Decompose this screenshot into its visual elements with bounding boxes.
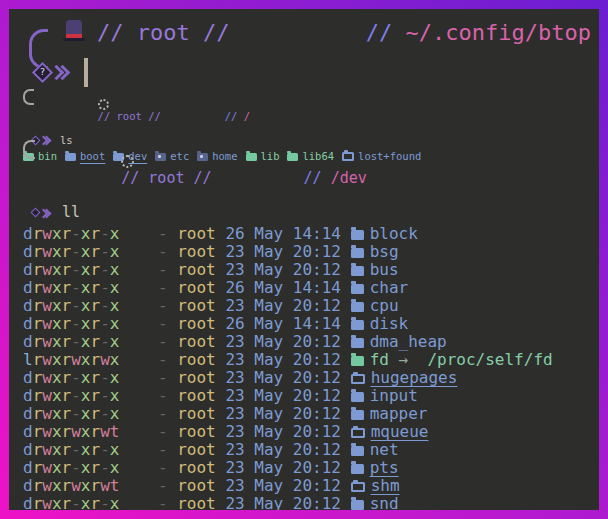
permissions: drwxr-xr-x — [23, 242, 119, 261]
file-name: char — [370, 278, 409, 297]
modified-date: 26 May 14:14 — [225, 224, 341, 243]
file-row: drwxr-xr-x - root 23 May 20:12 mapper — [23, 405, 553, 423]
owner: root — [177, 350, 216, 369]
size: - — [158, 458, 168, 477]
permissions: drwxr-xr-x — [23, 386, 119, 405]
file-name: dma_heap — [370, 332, 447, 351]
folder-closed-icon — [351, 338, 364, 348]
folder-closed-icon — [351, 284, 364, 294]
size: - — [158, 314, 168, 333]
file-row: drwxr-xr-x - root 26 May 14:14 block — [23, 225, 553, 243]
prompt-path: /dev — [331, 169, 367, 187]
owner: root — [177, 476, 216, 495]
owner: root — [177, 440, 216, 459]
size: - — [158, 332, 168, 351]
symlink-arrow-icon: → — [389, 350, 428, 369]
modified-date: 23 May 20:12 — [225, 386, 341, 405]
file-row: drwxr-xr-x - root 23 May 20:12 net — [23, 441, 553, 459]
owner: root — [177, 422, 216, 441]
file-name: snd — [370, 494, 399, 510]
folder-closed-icon — [351, 464, 364, 474]
root-hat-icon — [63, 20, 85, 41]
owner: root — [177, 242, 216, 261]
folder-open-icon — [351, 428, 365, 438]
prompt-chevron-icon — [56, 63, 68, 82]
prompt-current: // root // // ~/.config/btop ? — [23, 19, 591, 85]
folder-closed-icon — [351, 230, 364, 240]
permissions: lrwxrwxrwx — [23, 350, 119, 369]
owner: root — [177, 368, 216, 387]
modified-date: 23 May 20:12 — [225, 368, 341, 387]
file-name: bsg — [370, 242, 399, 261]
file-row: drwxr-xr-x - root 23 May 20:12 pts — [23, 459, 553, 477]
prompt-user-segment: // root // — [97, 19, 229, 47]
file-name: mapper — [370, 404, 428, 423]
terminal-screen[interactable]: // root // // ~/.config/btop ? // root /… — [9, 9, 599, 510]
owner: root — [177, 386, 216, 405]
size: - — [158, 494, 168, 510]
file-name: input — [370, 386, 418, 405]
owner: root — [177, 314, 216, 333]
owner: root — [177, 260, 216, 279]
owner: root — [177, 404, 216, 423]
file-name: mqueue — [371, 422, 429, 441]
prompt-separator: // — [225, 110, 244, 122]
owner: root — [177, 332, 216, 351]
modified-date: 23 May 20:12 — [225, 404, 341, 423]
modified-date: 23 May 20:12 — [225, 332, 341, 351]
prompt-separator: // — [366, 20, 406, 45]
file-row: drwxr-xr-x - root 26 May 14:14 char — [23, 279, 553, 297]
prompt-path-segment: // ~/.config/btop — [366, 19, 591, 47]
text-cursor[interactable] — [84, 58, 88, 87]
permissions: drwxr-xr-x — [23, 404, 119, 423]
file-name: hugepages — [371, 368, 458, 387]
folder-closed-icon — [351, 392, 364, 402]
prompt-path: ~/.config/btop — [406, 20, 591, 45]
prompt-separator: // — [304, 169, 331, 187]
modified-date: 23 May 20:12 — [225, 350, 341, 369]
size: - — [158, 422, 168, 441]
file-row: drwxr-xr-x - root 23 May 20:12 hugepages — [23, 369, 553, 387]
folder-closed-icon — [351, 500, 364, 510]
permissions: drwxr-xr-x — [23, 296, 119, 315]
modified-date: 23 May 20:12 — [225, 458, 341, 477]
modified-date: 23 May 20:12 — [225, 260, 341, 279]
modified-date: 23 May 20:12 — [225, 494, 341, 510]
owner: root — [177, 224, 216, 243]
command-text: ll — [62, 204, 80, 221]
modified-date: 23 May 20:12 — [225, 476, 341, 495]
folder-open-icon — [351, 374, 365, 384]
file-name: bus — [370, 260, 399, 279]
file-name: pts — [370, 458, 399, 477]
file-name: disk — [370, 314, 409, 333]
spinner-icon — [121, 155, 134, 168]
permissions: drwxr-xr-x — [23, 458, 119, 477]
permissions: drwxr-xr-x — [23, 314, 119, 333]
folder-closed-icon — [351, 302, 364, 312]
file-name: shm — [371, 476, 400, 495]
file-row: drwxr-xr-x - root 26 May 14:14 disk — [23, 315, 553, 333]
command-block-ll: // root //// /dev ll drwxr-xr-x - root 2… — [23, 136, 553, 510]
permissions: drwxr-xr-x — [23, 224, 119, 243]
file-row: drwxr-xr-x - root 23 May 20:12 input — [23, 387, 553, 405]
folder-closed-icon — [351, 446, 364, 456]
size: - — [158, 242, 168, 261]
prompt-path: / — [244, 110, 250, 122]
modified-date: 23 May 20:12 — [225, 242, 341, 261]
spinner-icon — [98, 99, 109, 110]
permissions: drwxrwxrwt — [23, 422, 119, 441]
file-row: drwxr-xr-x - root 23 May 20:12 cpu — [23, 297, 553, 315]
file-name: net — [370, 440, 399, 459]
prompt-bracket-icon — [23, 140, 35, 159]
prompt-user-segment: // root // — [121, 169, 211, 187]
modified-date: 26 May 14:14 — [225, 278, 341, 297]
file-name: block — [370, 224, 418, 243]
permissions: drwxr-xr-x — [23, 368, 119, 387]
permissions: drwxrwxrwt — [23, 476, 119, 495]
file-row: drwxrwxrwt - root 23 May 20:12 shm — [23, 477, 553, 495]
size: - — [158, 296, 168, 315]
ll-output: drwxr-xr-x - root 26 May 14:14 blockdrwx… — [23, 225, 553, 510]
symlink-target: /proc/self/fd — [427, 350, 552, 369]
size: - — [158, 440, 168, 459]
permissions: drwxr-xr-x — [23, 494, 119, 510]
